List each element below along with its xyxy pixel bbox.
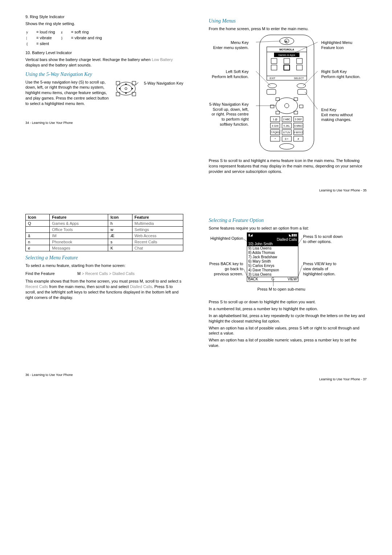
svg-rect-20 [271, 65, 277, 70]
cell: Web Access [132, 233, 183, 239]
menus-intro-a: From the home screen, press [209, 27, 262, 31]
ring-label-silent: = silent [36, 41, 60, 46]
svg-rect-36 [294, 111, 298, 114]
nav-key-icon [115, 80, 140, 98]
label-5way-nav: 5-Way Navigation KeyScroll up, down, lef… [209, 102, 249, 127]
ring-style-heading: 9. Ring Style Indicator [25, 15, 183, 19]
svg-rect-6 [132, 92, 136, 96]
svg-rect-37 [270, 105, 274, 108]
svg-line-63 [256, 41, 281, 42]
p2-c: , scroll to and select [143, 279, 179, 283]
svg-text:SELECT: SELECT [294, 77, 304, 80]
ring-label-vibrate: = vibrate [36, 35, 60, 40]
tbl-hdr-icon-2: Icon [108, 214, 132, 220]
cell: Office Tools [50, 227, 108, 233]
ring-sym-loud: y [26, 29, 36, 35]
ring-style-table: y = loud ring z = soft ring | = vibrate … [25, 29, 108, 47]
using-menus-intro: From the home screen, press M to enter t… [209, 26, 367, 32]
svg-text:8 TUV: 8 TUV [283, 131, 290, 134]
page-34-footer: 34 - Learning to Use Your Phone [25, 121, 183, 125]
svg-rect-5 [116, 92, 120, 96]
select-menu-p1: To select a menu feature, starting from … [25, 263, 183, 268]
nav-key-label: 5-Way Navigation Key [144, 81, 183, 86]
tbl-hdr-feature-2: Feature [132, 214, 183, 220]
label-menu-key: Menu KeyEnter menu system. [209, 40, 249, 50]
page-37-footer: Learning to Use Your Phone - 37 [209, 377, 367, 381]
cell: Messages [50, 245, 108, 251]
using-menus-heading: Using Menus [209, 18, 367, 24]
svg-rect-3 [116, 81, 120, 85]
phone-icon: M MOTOROLA Games & Apps EXIT SELECT [256, 33, 318, 153]
cell: IM [50, 233, 108, 239]
svg-rect-4 [132, 81, 136, 85]
ring-style-desc: Shows the ring style setting. [25, 21, 183, 27]
svg-line-68 [305, 92, 318, 109]
page-35-footer: Learning to Use Your Phone - 35 [209, 189, 367, 192]
svg-text:7 PQRS: 7 PQRS [270, 131, 280, 134]
cell: Phonebook [50, 239, 108, 245]
cell: h [108, 220, 132, 227]
feature-icon-table: Icon Feature Icon Feature QGames & Appsh… [25, 214, 183, 251]
svg-point-27 [268, 84, 277, 88]
menus-para: Press S to scroll to and highlight a men… [209, 158, 367, 174]
cell: Chat [132, 245, 183, 251]
option-diagram: Highlighted Option Press BACK key to go … [209, 232, 367, 298]
tbl-hdr-icon-1: Icon [26, 214, 50, 220]
cell: n [26, 239, 50, 245]
select-option-heading: Selecting a Feature Option [209, 218, 367, 223]
menus-intro-key: M [262, 27, 265, 31]
svg-text:5 JKL: 5 JKL [283, 125, 290, 127]
svg-text:9 WXYZ: 9 WXYZ [294, 131, 303, 134]
option-leader-lines [209, 232, 354, 298]
ring-sym-vibrate-ring: } [61, 35, 70, 40]
svg-line-66 [303, 71, 318, 86]
svg-rect-38 [299, 105, 303, 108]
svg-text:EXIT: EXIT [270, 77, 275, 80]
svg-rect-21 [284, 65, 290, 70]
svg-line-64 [290, 42, 318, 55]
svg-text:*: * [275, 138, 276, 140]
ring-sym-soft: z [61, 29, 70, 35]
svg-rect-22 [297, 65, 302, 70]
page-36: Icon Feature Icon Feature QGames & Appsh… [25, 214, 183, 381]
ring-label-loud: = loud ring [36, 29, 60, 35]
ring-label-vibrate-ring: = vibrate and ring [71, 35, 107, 40]
cell: Æ [108, 233, 132, 239]
battery-desc-b: Low Battery [152, 57, 173, 62]
cell: Games & Apps [50, 220, 108, 227]
battery-desc-c: displays and the battery alert sounds. [25, 63, 91, 67]
nav-desc: Use the 5-way navigation key (S) to scro… [25, 80, 111, 106]
svg-rect-29 [267, 89, 276, 94]
cell: Recent Calls [132, 239, 183, 245]
svg-text:2 ABC: 2 ABC [283, 118, 290, 121]
svg-rect-18 [284, 58, 290, 64]
svg-point-28 [297, 84, 306, 88]
p2-recent: Recent Calls [25, 284, 48, 289]
label-left-soft-key: Left Soft KeyPerform left function. [209, 69, 249, 80]
svg-point-2 [125, 88, 127, 90]
ring-sym-silent: { [26, 41, 36, 46]
phone-diagram: Menu KeyEnter menu system. Left Soft Key… [209, 33, 367, 157]
svg-text:3 DEF: 3 DEF [295, 118, 302, 121]
p2-a: This example shows that from the home sc… [25, 279, 140, 283]
battery-desc-a: Vertical bars show the battery charge le… [25, 57, 152, 62]
p2-key-s: s [179, 279, 181, 283]
find-label: Find the Feature [25, 271, 76, 276]
svg-point-1 [120, 85, 132, 93]
menus-intro-c: to enter the main menu. [265, 27, 309, 31]
svg-rect-17 [271, 58, 277, 64]
opt-p2: In a numbered list, press a number key t… [209, 306, 367, 312]
svg-line-72 [298, 238, 302, 245]
page-34: 9. Ring Style Indicator Shows the ring s… [25, 15, 183, 192]
select-menu-heading: Selecting a Menu Feature [25, 255, 183, 261]
svg-line-70 [244, 239, 249, 243]
svg-text:1.@: 1.@ [273, 118, 278, 121]
opt-p3: In an alphabetised list, press a key rep… [209, 313, 367, 324]
svg-text:6 MNO: 6 MNO [294, 125, 303, 127]
page-35: Using Menus From the home screen, press … [209, 15, 367, 192]
nav-heading: Using the 5-Way Navigation Key [25, 72, 183, 77]
opt-p4: When an option has a list of possible va… [209, 325, 367, 336]
label-highlighted-icon: Highlighted Menu Feature Icon [321, 40, 365, 50]
svg-text:M: M [285, 40, 287, 43]
select-menu-p2: This example shows that from the home sc… [25, 279, 183, 300]
